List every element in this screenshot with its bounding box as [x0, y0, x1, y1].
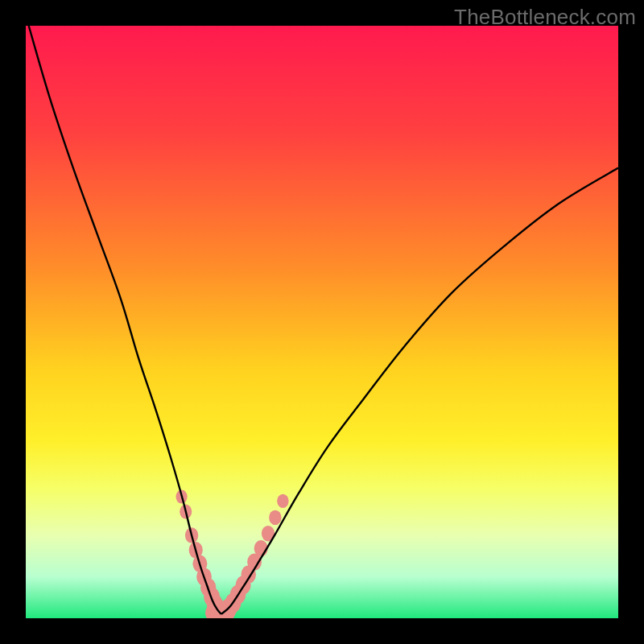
blob: [269, 510, 281, 525]
blob: [277, 494, 288, 508]
plot-area: [26, 26, 618, 618]
gradient-background: [26, 26, 618, 618]
chart-svg: [26, 26, 618, 618]
watermark-text: TheBottleneck.com: [454, 5, 636, 30]
outer-frame: TheBottleneck.com: [0, 0, 644, 644]
